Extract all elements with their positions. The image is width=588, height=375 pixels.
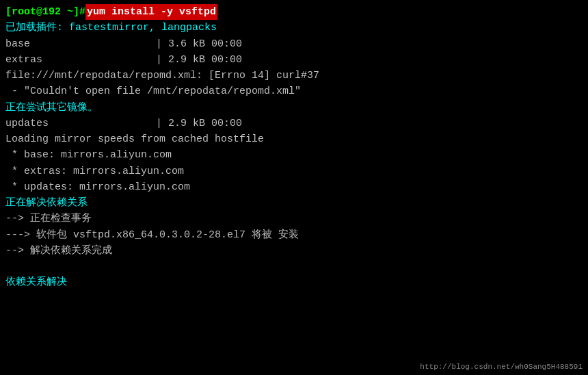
output-line-15: ---> 软件包 vsftpd.x86_64.0.3.0.2-28.el7 将被… <box>5 227 583 243</box>
output-line-5: file:///mnt/repodata/repomd.xml: [Errno … <box>5 68 583 83</box>
repo-name-updates: updates <box>5 116 156 131</box>
command-text: yum install -y vsftpd <box>85 4 217 20</box>
repo-size-base: | 3.6 kB 00:00 <box>156 36 242 52</box>
repo-line-updates: updates | 2.9 kB 00:00 <box>5 116 583 131</box>
blank-line <box>5 259 583 274</box>
repo-size-extras: | 2.9 kB 00:00 <box>156 52 242 68</box>
repo-size-updates: | 2.9 kB 00:00 <box>156 116 242 131</box>
output-line-11: * extras: mirrors.aliyun.com <box>5 164 583 179</box>
terminal-window: [root@192 ~]# yum install -y vsftpd 已加载插… <box>0 0 588 375</box>
output-line-16: --> 解决依赖关系完成 <box>5 243 583 259</box>
repo-line-base: base | 3.6 kB 00:00 <box>5 36 583 52</box>
watermark: http://blog.csdn.net/wh0Sang5H488591 <box>420 363 583 371</box>
repo-name-base: base <box>5 36 156 52</box>
output-line-13: 正在解决依赖关系 <box>5 195 583 211</box>
output-line-10: * base: mirrors.aliyun.com <box>5 147 583 163</box>
output-line-9: Loading mirror speeds from cached hostfi… <box>5 131 583 147</box>
output-line-2: 已加载插件: fastestmirror, langpacks <box>5 20 583 36</box>
command-line: [root@192 ~]# yum install -y vsftpd <box>5 4 583 20</box>
output-line-7: 正在尝试其它镜像。 <box>5 100 583 116</box>
output-line-6: - "Couldn't open file /mnt/repodata/repo… <box>5 83 583 99</box>
repo-line-extras: extras | 2.9 kB 00:00 <box>5 52 583 68</box>
repo-name-extras: extras <box>5 52 156 68</box>
prompt-text: [root@192 ~]# <box>5 4 85 20</box>
output-line-18: 依赖关系解决 <box>5 274 583 290</box>
output-line-14: --> 正在检查事务 <box>5 211 583 227</box>
output-line-12: * updates: mirrors.aliyun.com <box>5 179 583 195</box>
